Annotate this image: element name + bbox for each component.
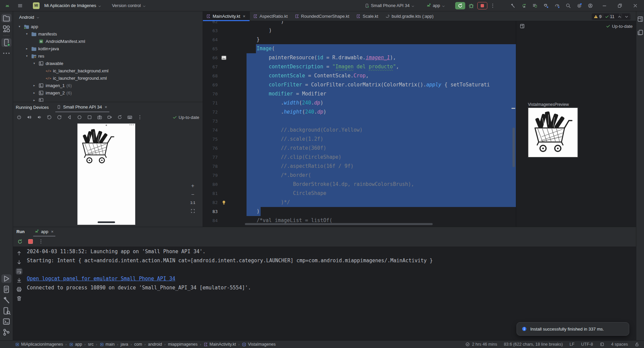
resource-manager-icon[interactable] (1, 24, 11, 33)
code-line-67[interactable]: 67 contentDescription = "Imagen del prod… (203, 62, 516, 71)
vcs-menu[interactable]: Version control (110, 2, 148, 9)
folder-icon[interactable] (31, 31, 37, 37)
unlock-icon[interactable] (635, 342, 639, 347)
status-widget-83-6-622-chars-18-line-breaks-[interactable]: 83:6 (622 chars, 18 line breaks) (504, 342, 563, 347)
zoom-in-button[interactable]: + (191, 184, 194, 188)
restore-icon[interactable] (617, 3, 623, 8)
code-line-72[interactable]: 72 .height(240.dp) (203, 108, 516, 117)
close-icon[interactable]: × (50, 229, 54, 234)
clock-check-icon[interactable] (465, 342, 470, 347)
code-line-66[interactable]: 66 painterResource(id = R.drawable.image… (203, 53, 516, 62)
code-line-70[interactable]: 70 modifier = Modifier (203, 89, 516, 98)
logcat-icon[interactable] (1, 285, 11, 294)
code-line-69[interactable]: 69 colorFilter = ColorFilter.colorMatrix… (203, 80, 516, 89)
apply-changes-icon[interactable] (521, 3, 527, 8)
more-actions-icon[interactable] (490, 3, 495, 8)
code-line-76[interactable]: 76 //.rotate(360f) (203, 144, 516, 153)
tree-item-imagen-1[interactable]: ▸imagen_1(6) (13, 82, 203, 89)
settings-icon[interactable] (577, 3, 582, 8)
device-tab[interactable]: Small Phone API 34 × (55, 102, 109, 112)
home-icon[interactable] (77, 115, 82, 120)
chevron-expanded-icon[interactable]: ▾ (24, 54, 29, 58)
gradle-icon[interactable] (385, 14, 390, 18)
chevron-expanded-icon[interactable]: ▾ (17, 25, 22, 28)
virtual-keyboard-icon[interactable] (127, 115, 132, 120)
build-icon[interactable] (510, 3, 516, 8)
overview-icon[interactable] (87, 115, 92, 120)
terminal-icon[interactable] (1, 317, 11, 326)
fit-screen-icon[interactable] (191, 209, 195, 213)
chevron-collapsed-icon[interactable]: ▸ (32, 84, 37, 87)
clear-all-icon[interactable] (16, 295, 22, 302)
status-widget-readonly-icon[interactable] (600, 342, 604, 347)
kotlin-icon[interactable] (206, 14, 211, 18)
project-view-selector[interactable]: Android (19, 15, 34, 20)
manifest-icon[interactable]: M (38, 39, 44, 44)
imgfile-icon[interactable] (38, 90, 44, 96)
debug-button[interactable] (468, 2, 475, 9)
kotlin-icon[interactable] (204, 342, 208, 347)
snapshot-icon[interactable] (117, 115, 122, 120)
code-line-82[interactable]: 82 )*/ (203, 198, 516, 207)
close-tab-icon[interactable]: × (242, 14, 246, 19)
code-line-83[interactable]: 83) (203, 207, 516, 216)
editor-tab-mainactivity-kt[interactable]: MainActivity.kt× (203, 11, 250, 21)
kotlin-icon[interactable] (295, 14, 299, 18)
run-config-selector[interactable]: app (424, 2, 447, 9)
minimize-icon[interactable] (602, 3, 607, 8)
power-icon[interactable] (16, 115, 22, 120)
code-line-68[interactable]: 68 contentScale = ContentScale.Crop, (203, 71, 516, 80)
code-line-75[interactable]: 75 //.scale(1.2f) (203, 135, 516, 144)
image-chip-icon[interactable] (221, 55, 227, 61)
rotate-right-icon[interactable] (57, 115, 62, 120)
folder-icon[interactable] (31, 46, 37, 52)
readonly-icon[interactable] (600, 342, 604, 347)
device-explorer-icon[interactable] (1, 306, 11, 315)
emulator-screen[interactable] (77, 123, 136, 225)
profiler-icon[interactable] (554, 3, 560, 8)
code-line-81[interactable]: 81 CircleShape (203, 189, 516, 198)
code-line-73[interactable]: 73 (203, 117, 516, 126)
module-icon[interactable] (100, 342, 104, 347)
module-icon[interactable] (15, 342, 19, 347)
chevron-collapsed-icon[interactable]: ▸ (24, 47, 29, 50)
more-icon[interactable] (38, 239, 44, 244)
volume-down-icon[interactable] (37, 115, 42, 120)
breadcrumb-item-android[interactable]: android (148, 342, 162, 347)
soft-wrap-icon[interactable] (16, 268, 22, 275)
chevron-collapsed-icon[interactable]: ▸ (32, 91, 37, 94)
rotate-left-icon[interactable] (47, 115, 52, 120)
code-line-63[interactable]: 63 ) (203, 26, 516, 35)
editor-vertical-scrollbar[interactable] (513, 128, 515, 167)
function-icon[interactable] (242, 342, 246, 347)
tree-item-ic-launcher-background-xml[interactable]: </>ic_launcher_background.xml (13, 67, 203, 74)
layout-windows-icon[interactable] (637, 15, 644, 23)
print-icon[interactable] (16, 286, 22, 293)
status-widget-unlock-icon[interactable] (635, 342, 639, 347)
screen-record-icon[interactable] (107, 115, 112, 120)
drawable-folder-icon[interactable] (38, 61, 44, 66)
status-widget-utf-8[interactable]: UTF-8 (581, 342, 593, 347)
tree-item-imagen-2[interactable]: ▸imagen_2(6) (13, 89, 203, 96)
breadcrumb-item-mainactivity-kt[interactable]: MainActivity.kt (204, 342, 236, 347)
tree-item[interactable]: ▸ (13, 96, 203, 102)
preview-layout-icon[interactable] (520, 23, 525, 29)
tree-item-res[interactable]: ▾res (13, 52, 203, 60)
more-icon[interactable] (137, 115, 143, 120)
device-selector[interactable]: Small Phone API 34 (363, 2, 417, 9)
code-editor[interactable]: 62 )63 )64}65Image(66 painterResource(id… (203, 21, 516, 227)
rerun-button[interactable] (455, 2, 465, 9)
tree-item-kotlin-java[interactable]: ▸kotlin+java (13, 45, 203, 52)
stop-app-icon[interactable] (28, 239, 33, 244)
breadcrumb-item-src[interactable]: src (88, 342, 94, 347)
sync-icon[interactable] (532, 3, 538, 8)
copy-pages-icon[interactable] (637, 28, 644, 37)
bulb-icon[interactable] (221, 200, 227, 205)
kotlin-icon[interactable] (253, 14, 258, 18)
chevron-expanded-icon[interactable]: ▾ (32, 62, 37, 65)
console-logcat-link[interactable]: Open logcat panel for emulator Small Pho… (27, 274, 633, 283)
attach-debugger-icon[interactable] (543, 3, 549, 8)
status-widget-lf[interactable]: LF (570, 342, 575, 347)
app-folder-icon[interactable] (23, 24, 29, 29)
code-line-65[interactable]: 65Image( (203, 44, 516, 53)
